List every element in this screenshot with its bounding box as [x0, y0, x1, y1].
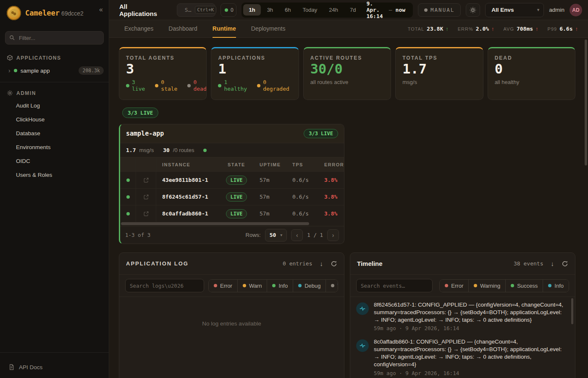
- filter-debug[interactable]: Debug: [293, 280, 326, 292]
- tab-exchanges[interactable]: Exchanges: [124, 20, 153, 38]
- warning-dot-icon: [474, 284, 477, 287]
- col-tps: TPS: [286, 162, 320, 167]
- sidebar-item-sample-app[interactable]: › sample app 208.3k: [0, 63, 109, 78]
- filter-info[interactable]: Info: [543, 280, 569, 292]
- rows-per-page-select[interactable]: 50 ▾: [265, 229, 287, 242]
- tab-runtime[interactable]: Runtime: [213, 20, 236, 38]
- legend-count: 3: [132, 79, 145, 86]
- refresh-mode-button[interactable]: MANUAL: [418, 3, 461, 17]
- refresh-icon[interactable]: [562, 260, 568, 267]
- avatar[interactable]: AD: [570, 4, 582, 16]
- live-summary-badge: 3/3 LIVE: [122, 108, 158, 118]
- manual-dot-icon: [424, 8, 428, 12]
- divider: [0, 82, 109, 82]
- filter-success[interactable]: Success: [505, 280, 543, 292]
- app-panel-header[interactable]: sample-app 3/3 LIVE: [120, 124, 344, 143]
- refresh-icon[interactable]: [331, 260, 337, 267]
- filter-error[interactable]: Error: [440, 280, 468, 292]
- sidebar: Cameleer69dcce2 « APPLICATIONS › sample …: [0, 0, 109, 378]
- card-value: 1.7: [402, 62, 476, 76]
- environment-select[interactable]: All Envs ▾: [485, 3, 544, 17]
- online-status-button[interactable]: O: [220, 3, 237, 17]
- chevron-down-icon: ▾: [537, 7, 540, 13]
- filter-label: Success: [517, 283, 538, 289]
- legend-label: degraded: [263, 86, 289, 92]
- empty-state-message: No log entries available: [119, 297, 344, 327]
- gear-icon: [7, 90, 13, 96]
- app-tps-unit: msg/s: [139, 147, 154, 153]
- log-search-input[interactable]: [125, 279, 204, 292]
- table-row[interactable]: 8c0affadb860-1 LIVE 57m 0.6/s 3.8% 5: [120, 205, 344, 222]
- page-title: All Applications: [119, 3, 161, 17]
- timeline-scrollbar[interactable]: [571, 298, 573, 324]
- filter-warning[interactable]: Warning: [468, 280, 505, 292]
- divider: [0, 352, 109, 353]
- tab-dashboard[interactable]: Dashboard: [168, 20, 197, 38]
- external-link-icon[interactable]: [143, 211, 149, 217]
- time-range-today[interactable]: Today: [297, 4, 323, 16]
- sidebar-item-database[interactable]: Database: [0, 127, 109, 139]
- download-icon[interactable]: ↓: [551, 260, 554, 267]
- trace-dot-icon: [331, 284, 334, 287]
- time-range-7d[interactable]: 7d: [344, 4, 361, 16]
- app-root: Cameleer69dcce2 « APPLICATIONS › sample …: [0, 0, 588, 378]
- time-range-6h[interactable]: 6h: [279, 4, 296, 16]
- prev-page-button[interactable]: ‹: [291, 229, 303, 241]
- time-range-24h[interactable]: 24h: [323, 4, 344, 16]
- search-placeholder: S…: [185, 7, 192, 13]
- card-value: 0: [495, 62, 568, 76]
- external-link-icon[interactable]: [143, 194, 149, 200]
- app-live-badge: 3/3 LIVE: [304, 129, 338, 138]
- table-row[interactable]: 43ee9811b801-1 LIVE 57m 0.6/s 3.8% 2: [120, 171, 344, 188]
- time-range-1h[interactable]: 1h: [243, 4, 260, 16]
- sidebar-item-clickhouse[interactable]: ClickHouse: [0, 113, 109, 126]
- time-range-selector: 1h 3h 6h Today 24h 7d 9. Apr. 16:14 – no…: [242, 3, 413, 18]
- horizontal-scrollbar[interactable]: [121, 222, 309, 225]
- sidebar-item-users-roles[interactable]: Users & Roles: [0, 169, 109, 181]
- card-subtitle: msg/s: [402, 79, 476, 85]
- sidebar-item-api-docs[interactable]: API Docs: [0, 357, 109, 378]
- collapse-sidebar-button[interactable]: «: [99, 6, 103, 13]
- theme-toggle-button[interactable]: [466, 3, 480, 17]
- time-range-3h[interactable]: 3h: [262, 4, 278, 16]
- legend-label: dead: [193, 86, 206, 92]
- global-search-input[interactable]: S… Ctrl+K: [177, 3, 215, 17]
- filter-trace[interactable]: Trace: [326, 280, 338, 292]
- app-routes-value: 30: [163, 147, 170, 153]
- next-page-button[interactable]: ›: [327, 229, 339, 241]
- timeline-event: 8f6245c61d57-1: CONFIG_APPLIED — {config…: [356, 301, 569, 331]
- card-value: 3: [126, 62, 200, 76]
- filter-error[interactable]: Error: [209, 280, 237, 292]
- sidebar-item-oidc[interactable]: OIDC: [0, 155, 109, 167]
- sidebar-filter-input[interactable]: [5, 31, 104, 45]
- card-dead: DEAD 0 all healthy: [488, 47, 575, 100]
- log-level-filter-group: Error Warn Info Debug Trace: [208, 279, 338, 292]
- table-header-row: INSTANCE STATE UPTIME TPS ERRORS H: [120, 158, 344, 171]
- download-icon[interactable]: ↓: [320, 260, 323, 267]
- table-row[interactable]: 8f6245c61d57-1 LIVE 57m 0.6/s 3.8% 5: [120, 188, 344, 205]
- admin-section-label: ADMIN: [16, 90, 36, 96]
- sidebar-item-audit-log[interactable]: Audit Log: [0, 100, 109, 112]
- filter-warn[interactable]: Warn: [237, 280, 267, 292]
- warn-dot-icon: [243, 284, 246, 287]
- success-dot-icon: [511, 284, 514, 287]
- external-link-icon[interactable]: [143, 177, 149, 183]
- brand-name: Cameleer: [25, 9, 60, 17]
- card-legend: 1healthy 0degraded 0critical: [218, 79, 291, 93]
- expand-chevron-icon[interactable]: ›: [8, 67, 10, 74]
- applications-section-label: APPLICATIONS: [16, 55, 61, 61]
- filter-info[interactable]: Info: [267, 280, 293, 292]
- log-entry-count: 0 entries: [283, 260, 312, 267]
- kpi-total: TOTAL 23.8K ↑: [408, 26, 449, 32]
- sidebar-item-environments[interactable]: Environments: [0, 141, 109, 153]
- log-panel-title: APPLICATION LOG: [126, 260, 189, 267]
- error-dot-icon: [214, 284, 217, 287]
- app-name: sample-app: [126, 130, 164, 137]
- date-range-display[interactable]: 9. Apr. 16:14 – now: [362, 0, 411, 19]
- main-scrollbar[interactable]: [585, 39, 587, 165]
- legend-count: 1: [224, 79, 247, 86]
- card-value: 1: [218, 62, 291, 76]
- search-icon: [9, 35, 15, 41]
- timeline-search-input[interactable]: [356, 279, 433, 292]
- tab-deployments[interactable]: Deployments: [251, 20, 286, 38]
